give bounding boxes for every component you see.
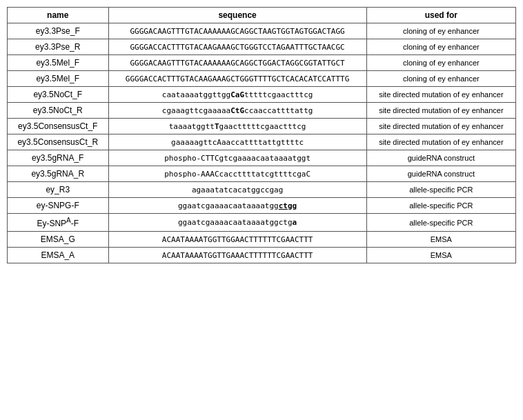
table-row: ey3.5gRNA_Fphospho-CTTCgtcgaaaacaataaaat… <box>8 150 516 166</box>
header-sequence: sequence <box>108 8 366 23</box>
cell-name: ey3.3Pse_F <box>8 23 109 39</box>
cell-used-for: cloning of ey enhancer <box>366 71 515 87</box>
table-row: ey-SNPG-Fggaatcgaaaacaataaaatggctggallel… <box>8 198 516 214</box>
cell-name: ey-SNPG-F <box>8 198 109 214</box>
cell-name: ey_R3 <box>8 182 109 198</box>
table-row: ey3.3Pse_RGGGGACCACTTTGTACAAGAAAGCTGGGTC… <box>8 39 516 55</box>
primers-table: name sequence used for ey3.3Pse_FGGGGACA… <box>7 7 516 263</box>
table-row: ey3.5ConsensusCt_RgaaaaagttcAaaccattttat… <box>8 134 516 150</box>
table-row: ey3.5ConsensusCt_FtaaaatggttTgaactttttcg… <box>8 119 516 134</box>
cell-used-for: site directed mutation of ey enhancer <box>366 103 515 119</box>
cell-name: ey3.5NoCt_F <box>8 87 109 103</box>
cell-name: EMSA_A <box>8 248 109 263</box>
table-row: ey3.3Pse_FGGGGACAAGTTTGTACAAAAAAGCAGGCTA… <box>8 23 516 39</box>
table-row: EMSA_GACAATAAAATGGTTGGAACTTTTTTCGAACTTTE… <box>8 232 516 248</box>
cell-sequence: gaaaaagttcAaaccattttattgttttc <box>108 134 366 150</box>
cell-sequence: phospho-CTTCgtcgaaaacaataaaatggt <box>108 150 366 166</box>
cell-used-for: allele-specific PCR <box>366 214 515 232</box>
cell-sequence: ACAATAAAATGGTTGAAACTTTTTTCGAACTTT <box>108 248 366 263</box>
cell-name: ey3.3Pse_R <box>8 39 109 55</box>
cell-sequence: taaaatggttTgaactttttcgaactttcg <box>108 119 366 134</box>
header-name: name <box>8 8 109 23</box>
table-row: ey3.5Mel_FGGGGACAAGTTTGTACAAAAAAGCAGGCTG… <box>8 55 516 71</box>
cell-name: ey3.5ConsensusCt_R <box>8 134 109 150</box>
cell-used-for: EMSA <box>366 248 515 263</box>
cell-sequence: GGGGACCACTTTGTACAAGAAAGCTGGGTTTTGCTCACAC… <box>108 71 366 87</box>
cell-used-for: site directed mutation of ey enhancer <box>366 119 515 134</box>
cell-sequence: phospho-AAACcaccttttatcgttttcgaC <box>108 166 366 182</box>
cell-used-for: guideRNA construct <box>366 166 515 182</box>
header-used-for: used for <box>366 8 515 23</box>
cell-used-for: cloning of ey enhancer <box>366 39 515 55</box>
cell-sequence: agaaatatcacatggccgag <box>108 182 366 198</box>
table-row: ey3.5gRNA_Rphospho-AAACcaccttttatcgttttc… <box>8 166 516 182</box>
cell-name: ey3.5Mel_F <box>8 55 109 71</box>
table-row: ey3.5Mel_FGGGGACCACTTTGTACAAGAAAGCTGGGTT… <box>8 71 516 87</box>
cell-sequence: cgaaagttcgaaaaaCtGccaaccattttattg <box>108 103 366 119</box>
cell-name: ey3.5gRNA_F <box>8 150 109 166</box>
cell-sequence: ggaatcgaaaacaataaaatggctgg <box>108 198 366 214</box>
table-row: Ey-SNPA-Fggaatcgaaaacaataaaatggctgaallel… <box>8 214 516 232</box>
cell-sequence: GGGGACAAGTTTGTACAAAAAAGCAGGCTGGACTAGGCGG… <box>108 55 366 71</box>
cell-name: ey3.5ConsensusCt_F <box>8 119 109 134</box>
cell-name: EMSA_G <box>8 232 109 248</box>
cell-used-for: cloning of ey enhancer <box>366 55 515 71</box>
table-row: ey3.5NoCt_RcgaaagttcgaaaaaCtGccaaccatttt… <box>8 103 516 119</box>
cell-used-for: EMSA <box>366 232 515 248</box>
cell-used-for: allele-specific PCR <box>366 198 515 214</box>
cell-used-for: site directed mutation of ey enhancer <box>366 87 515 103</box>
cell-sequence: GGGGACAAGTTTGTACAAAAAAGCAGGCTAAGTGGTAGTG… <box>108 23 366 39</box>
table-row: EMSA_AACAATAAAATGGTTGAAACTTTTTTCGAACTTTE… <box>8 248 516 263</box>
cell-used-for: cloning of ey enhancer <box>366 23 515 39</box>
table-row: ey_R3agaaatatcacatggccgagallele-specific… <box>8 182 516 198</box>
cell-name: ey3.5Mel_F <box>8 71 109 87</box>
cell-name: ey3.5NoCt_R <box>8 103 109 119</box>
cell-sequence: ACAATAAAATGGTTGGAACTTTTTTCGAACTTT <box>108 232 366 248</box>
cell-used-for: guideRNA construct <box>366 150 515 166</box>
cell-name: Ey-SNPA-F <box>8 214 109 232</box>
cell-used-for: site directed mutation of ey enhancer <box>366 134 515 150</box>
table-row: ey3.5NoCt_FcaataaaatggttggCaGtttttcgaact… <box>8 87 516 103</box>
cell-name: ey3.5gRNA_R <box>8 166 109 182</box>
cell-sequence: GGGGACCACTTTGTACAAGAAAGCTGGGTCCTAGAATTTG… <box>108 39 366 55</box>
cell-sequence: ggaatcgaaaacaataaaatggctga <box>108 214 366 232</box>
cell-sequence: caataaaatggttggCaGtttttcgaactttcg <box>108 87 366 103</box>
cell-used-for: allele-specific PCR <box>366 182 515 198</box>
